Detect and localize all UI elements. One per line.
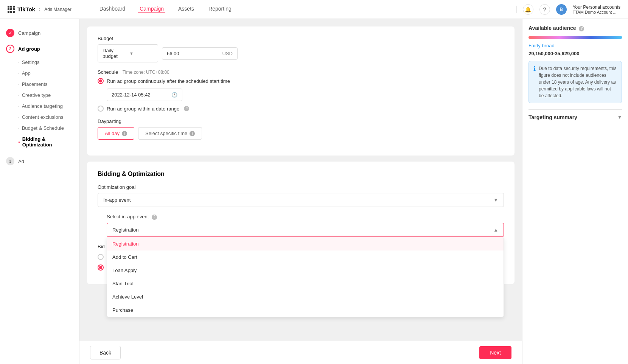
- sidebar-item-bidding[interactable]: Bidding & Optimization: [0, 134, 79, 150]
- nav-campaign[interactable]: Campaign: [138, 6, 165, 13]
- audience-panel-title: Available audience ?: [529, 25, 622, 31]
- event-help-icon[interactable]: ?: [152, 215, 157, 220]
- clock-icon: 🕐: [171, 92, 177, 98]
- brand-sub: Ads Manager: [44, 7, 71, 12]
- sidebar-item-budget-schedule[interactable]: Budget & Schedule: [0, 123, 79, 134]
- right-panel: Available audience ? Fairly broad 29,150…: [522, 19, 628, 364]
- timezone-label: Time zone: UTC+08:00: [123, 70, 169, 75]
- step-campaign[interactable]: ✓ Campaign: [0, 25, 79, 41]
- targeting-summary-title: Targeting summary: [529, 114, 577, 120]
- avatar: B: [556, 4, 567, 15]
- step3-label: Ad: [18, 159, 24, 164]
- sidebar-item-placements[interactable]: Placements: [0, 79, 79, 90]
- datetime-value: 2022-12-14 05:42: [112, 92, 151, 98]
- in-app-event-section: Select in-app event ? Registration ▲ Reg…: [107, 214, 504, 237]
- budget-type-chevron: ▼: [129, 51, 153, 56]
- audience-info-box: ℹ Due to data security requirements, thi…: [529, 61, 622, 103]
- dropdown-item-add-to-cart[interactable]: Add to Cart: [107, 250, 504, 264]
- optimization-goal-label: Optimization goal: [98, 184, 504, 190]
- info-dot-icon: ℹ: [533, 64, 536, 73]
- schedule-option2-help-icon[interactable]: ?: [184, 106, 189, 111]
- bidding-card: Bidding & Optimization Optimization goal…: [87, 162, 515, 284]
- budget-value-input[interactable]: 66.00 USD: [162, 47, 238, 60]
- budget-amount: 66.00: [167, 51, 179, 56]
- schedule-option2[interactable]: Run ad group within a date range ?: [98, 106, 504, 112]
- dropdown-item-start-trial[interactable]: Start Trial: [107, 277, 504, 290]
- schedule-option2-label: Run ad group within a date range: [107, 106, 179, 112]
- event-select-value: Registration: [112, 227, 138, 233]
- brand-name: TikTok: [17, 6, 35, 12]
- budget-schedule-card: Budget Daily budget ▼ 66.00 USD: [87, 26, 515, 156]
- account-name: TTAM Demo Account ...: [573, 10, 620, 14]
- daypart-buttons: All day i Select specific time i: [98, 127, 504, 140]
- audience-range: 29,150,000-35,629,000: [529, 51, 622, 56]
- footer: Back Next: [79, 341, 522, 364]
- optimization-goal-select[interactable]: In-app event ▼: [98, 193, 504, 207]
- allday-info-icon[interactable]: i: [122, 131, 127, 136]
- sidebar-item-audience-targeting[interactable]: Audience targeting: [0, 101, 79, 112]
- specific-time-button[interactable]: Select specific time i: [138, 127, 202, 140]
- audience-help-icon[interactable]: ?: [579, 26, 584, 31]
- targeting-summary-header[interactable]: Targeting summary ▼: [529, 109, 622, 125]
- schedule-radio1[interactable]: [98, 78, 104, 84]
- allday-label: All day: [105, 131, 120, 136]
- goal-chevron-icon: ▼: [493, 197, 498, 203]
- next-button[interactable]: Next: [479, 346, 511, 359]
- nav-reporting[interactable]: Reporting: [207, 6, 233, 13]
- bid-radio1-circle[interactable]: [98, 254, 104, 260]
- schedule-field: Schedule Time zone: UTC+08:00 Run ad gro…: [98, 69, 504, 112]
- audience-bar: [529, 36, 622, 39]
- budget-type-value: Daily budget: [103, 48, 126, 59]
- grid-icon: [8, 6, 14, 13]
- step3-bullet: 3: [6, 157, 14, 165]
- sidebar-item-settings[interactable]: Settings: [0, 57, 79, 68]
- schedule-option1[interactable]: Run ad group continuously after the sche…: [98, 78, 504, 84]
- top-navigation: TikTok:Ads Manager Dashboard Campaign As…: [0, 0, 628, 19]
- dropdown-item-achieve-level[interactable]: Achieve Level: [107, 290, 504, 303]
- event-select-wrapper: Registration ▲ Registration Add to Cart …: [107, 223, 504, 237]
- audience-info-text: Due to data security requirements, this …: [539, 65, 617, 99]
- step1-bullet: ✓: [6, 29, 14, 37]
- specific-info-icon[interactable]: i: [190, 131, 195, 136]
- schedule-option1-label: Run ad group continuously after the sche…: [107, 78, 230, 84]
- schedule-datetime-input[interactable]: 2022-12-14 05:42 🕐: [107, 89, 182, 101]
- main-content: Budget Daily budget ▼ 66.00 USD: [79, 19, 522, 364]
- sidebar: ✓ Campaign 2 Ad group Settings App Place…: [0, 19, 79, 364]
- nav-dashboard[interactable]: Dashboard: [98, 6, 127, 13]
- allday-button[interactable]: All day i: [98, 127, 134, 140]
- budget-row: Daily budget ▼ 66.00 USD: [98, 44, 504, 62]
- nav-assets[interactable]: Assets: [177, 6, 196, 13]
- dropdown-item-loan-apply[interactable]: Loan Apply: [107, 264, 504, 277]
- dayparting-field: Dayparting All day i Select specific tim…: [98, 118, 504, 140]
- step-ad[interactable]: 3 Ad: [0, 153, 79, 169]
- optimization-goal-field: Optimization goal In-app event ▼: [98, 184, 504, 207]
- event-select[interactable]: Registration ▲: [107, 223, 504, 237]
- optimization-goal-value: In-app event: [103, 197, 131, 203]
- budget-currency: USD: [222, 51, 233, 56]
- step-adgroup[interactable]: 2 Ad group: [0, 41, 79, 57]
- schedule-radio2[interactable]: [98, 106, 104, 112]
- event-dropdown-list: Registration Add to Cart Loan Apply Star…: [107, 237, 504, 317]
- bid-radio2-circle[interactable]: [98, 264, 104, 271]
- step2-bullet: 2: [6, 45, 14, 53]
- help-icon[interactable]: ?: [539, 4, 550, 15]
- schedule-label: Schedule Time zone: UTC+08:00: [98, 69, 504, 75]
- separator: [516, 6, 517, 13]
- nav-right: 🔔 ? B Your Personal accounts TTAM Demo A…: [516, 4, 620, 15]
- nav-links: Dashboard Campaign Assets Reporting: [98, 6, 233, 13]
- back-button[interactable]: Back: [90, 346, 121, 359]
- budget-type-select[interactable]: Daily budget ▼: [98, 44, 158, 62]
- notifications-icon[interactable]: 🔔: [523, 4, 533, 15]
- account-info[interactable]: Your Personal accounts TTAM Demo Account…: [573, 5, 620, 14]
- dropdown-item-registration[interactable]: Registration: [107, 237, 504, 250]
- account-title: Your Personal accounts: [573, 5, 620, 10]
- event-chevron-up-icon: ▲: [493, 227, 498, 233]
- step2-label: Ad group: [18, 46, 40, 52]
- in-app-event-label: Select in-app event ?: [107, 214, 504, 220]
- main-layout: ✓ Campaign 2 Ad group Settings App Place…: [0, 19, 628, 364]
- dropdown-item-purchase[interactable]: Purchase: [107, 303, 504, 317]
- bidding-title: Bidding & Optimization: [98, 171, 504, 177]
- sidebar-item-app[interactable]: App: [0, 68, 79, 79]
- sidebar-item-content-exclusions[interactable]: Content exclusions: [0, 112, 79, 123]
- sidebar-item-creative-type[interactable]: Creative type: [0, 90, 79, 101]
